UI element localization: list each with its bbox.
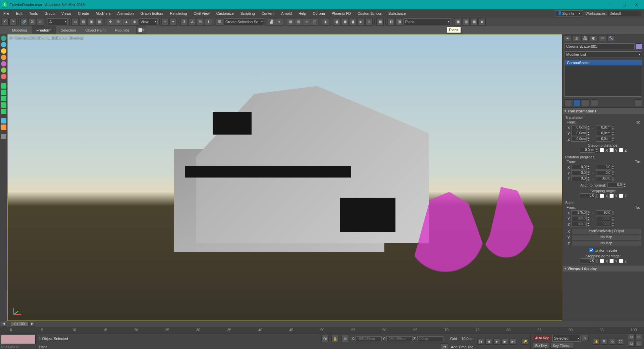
maximize-button[interactable]: ▢ [619, 1, 630, 8]
step-dist-x[interactable] [600, 148, 604, 152]
step-dist-z[interactable] [619, 148, 623, 152]
named-selection-set[interactable]: Create Selection Se [224, 18, 264, 25]
rot-x-from[interactable]: 0,0 [571, 165, 587, 170]
step-pct[interactable]: 0,0 [580, 258, 595, 263]
window-crossing[interactable]: ▦ [96, 18, 103, 26]
scale-y-to[interactable]: 100,0 [596, 216, 611, 221]
vp-nav1[interactable]: ◲ [628, 334, 635, 340]
render-activeshade[interactable]: ◎ [365, 18, 373, 26]
create-geo-icon[interactable] [1, 36, 6, 41]
object-name-input[interactable] [565, 43, 635, 49]
scale-map-y[interactable]: No Map [571, 235, 641, 240]
close-button[interactable]: ✕ [631, 1, 642, 8]
cp-hierarchy-icon[interactable]: 品 [581, 35, 589, 41]
color-swatch[interactable] [1, 335, 36, 344]
trans-y-to[interactable]: 0,0cm [596, 131, 611, 136]
workspaces-input[interactable] [608, 11, 641, 16]
scale-x-to[interactable]: 90,0 [596, 210, 611, 215]
menu-animation[interactable]: Animation [114, 9, 137, 17]
align-button[interactable]: ≡ [276, 18, 283, 26]
menu-help[interactable]: Help [295, 9, 310, 17]
rot-x-to[interactable]: 0,0 [596, 165, 611, 170]
trans-x-to[interactable]: 0,0cm [596, 125, 611, 130]
mirror-button[interactable]: ▟ [268, 18, 275, 26]
cp-utilities-icon[interactable]: 🔧 [607, 35, 615, 41]
nav-pan-icon[interactable]: ✋ [593, 339, 600, 345]
tool-d-icon[interactable] [1, 102, 6, 108]
menu-arnold[interactable]: Arnold [278, 9, 295, 17]
vp-nav4[interactable]: ◰ [635, 341, 642, 347]
unlink-button[interactable]: ⛓ [29, 18, 36, 26]
menu-scripting[interactable]: Scripting [237, 9, 258, 17]
play-button[interactable]: ▶ [493, 339, 500, 345]
custom1[interactable]: ▦ [376, 18, 384, 26]
toggle-ribbon[interactable]: ▤ [295, 18, 302, 26]
tab-populate[interactable]: Populate [110, 26, 134, 34]
select-name[interactable]: ▤ [79, 18, 87, 26]
scale-tool[interactable]: ▲ [123, 18, 130, 26]
percent-snap[interactable]: % [197, 18, 204, 26]
time-knob[interactable]: 0 / 100 [11, 322, 29, 327]
cp-create-icon[interactable]: + [564, 35, 571, 41]
goto-start[interactable]: |◀ [477, 339, 484, 345]
pivot-button[interactable]: ⟡ [161, 18, 169, 26]
make-unique-icon[interactable] [582, 99, 589, 106]
placement-tool[interactable]: ◉ [131, 18, 138, 26]
step-ang-x[interactable] [600, 194, 604, 198]
custom4[interactable]: ▣ [454, 18, 462, 26]
tab-object-paint[interactable]: Object Paint [81, 26, 110, 34]
rot-z-to[interactable]: 360,0 [596, 176, 611, 181]
coord-y[interactable]: -292,485cm [386, 336, 413, 341]
object-color-swatch[interactable] [636, 43, 642, 49]
custom7[interactable]: ◆ [478, 18, 486, 26]
align-normal[interactable]: 0,0 [607, 183, 623, 188]
render-framewin[interactable]: ▣ [341, 18, 348, 26]
key-filter-dropdown[interactable]: Selected [552, 335, 581, 342]
coord-display-icon[interactable]: ⊞ [341, 335, 349, 342]
tool-a-icon[interactable] [1, 83, 6, 89]
rot-y-from[interactable]: 0,0 [571, 170, 587, 176]
menu-customscripts[interactable]: CustomScripts [354, 9, 385, 17]
ref-coord-system[interactable]: View [139, 18, 158, 25]
menu-graph-editors[interactable]: Graph Editors [137, 9, 167, 17]
menu-content[interactable]: Content [258, 9, 278, 17]
undo-button[interactable]: ↶ [1, 18, 9, 26]
cp-modify-icon[interactable]: ◫ [573, 35, 580, 41]
isolate-icon[interactable]: 🗺 [321, 335, 329, 342]
create-sys-icon[interactable] [1, 74, 6, 79]
key-filters-button[interactable]: Key Filters... [550, 343, 574, 349]
auto-key-button[interactable]: Auto Key [533, 335, 551, 341]
key-toggle[interactable]: ↘ [582, 335, 589, 341]
schematic-view[interactable]: ◫ [311, 18, 318, 26]
remove-mod-icon[interactable] [591, 99, 598, 106]
maxscript-mini[interactable]: MAXScript Mi [0, 345, 37, 349]
redo-button[interactable]: ↷ [9, 18, 17, 26]
menu-create[interactable]: Create [74, 9, 92, 17]
bind-button[interactable]: ◇ [37, 18, 44, 26]
cp-display-icon[interactable]: ▭ [599, 35, 606, 41]
menu-views[interactable]: Views [58, 9, 74, 17]
select-object[interactable]: ▭ [71, 18, 79, 26]
tool-b-icon[interactable] [1, 90, 6, 95]
menu-tools[interactable]: Tools [26, 9, 41, 17]
set-key-button[interactable]: Set Key [533, 343, 549, 349]
rollout-header[interactable]: Transformations [562, 108, 644, 114]
step-dist-y[interactable] [609, 148, 614, 152]
material-editor[interactable]: ◐ [322, 18, 329, 26]
trans-y-from[interactable]: 0,0cm [571, 131, 587, 136]
render-iterative[interactable]: ▶ [357, 18, 365, 26]
menu-rendering[interactable]: Rendering [167, 9, 191, 17]
coord-x[interactable]: -486,066cm [356, 336, 382, 341]
prev-frame[interactable]: ◀| [485, 339, 492, 345]
curve-editor[interactable]: ∿ [303, 18, 310, 26]
add-time-tag[interactable]: Add Time Tag [451, 345, 473, 349]
time-tag-icon[interactable]: 🏷 [441, 343, 448, 349]
rotate-tool[interactable]: ⟳ [115, 18, 122, 26]
viewport-label[interactable]: [+] [Camera001] [Standard] [Default Shad… [10, 36, 84, 40]
custom6[interactable]: ▦ [470, 18, 478, 26]
configure-sets-icon[interactable] [635, 99, 642, 106]
menu-civil-view[interactable]: Civil View [190, 9, 213, 17]
tool-f-icon[interactable] [1, 118, 6, 123]
rot-z-from[interactable]: 0,0 [571, 176, 587, 181]
scale-map-x[interactable]: atterBaseMask ( Output [571, 229, 641, 234]
